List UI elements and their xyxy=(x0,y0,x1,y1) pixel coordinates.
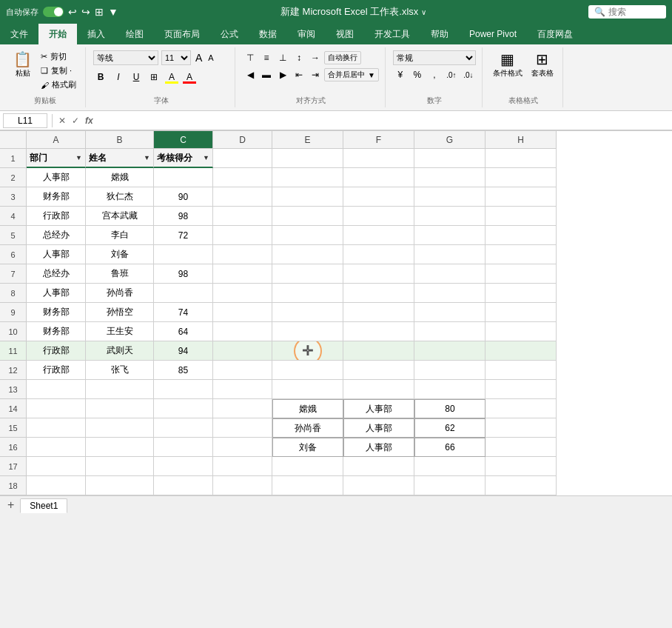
cell-H15[interactable] xyxy=(485,418,557,438)
tab-powerpivot[interactable]: Power Pivot xyxy=(459,24,527,44)
cell-G12[interactable] xyxy=(414,361,485,380)
cell-A7[interactable]: 总经办 xyxy=(27,264,86,284)
cell-D18[interactable] xyxy=(213,476,272,495)
cell-C12[interactable]: 85 xyxy=(154,361,213,380)
cell-reference-input[interactable] xyxy=(3,113,47,128)
cell-E12[interactable] xyxy=(272,361,343,380)
cell-C18[interactable] xyxy=(154,476,213,495)
cell-A3[interactable]: 财务部 xyxy=(27,187,86,207)
font-family-select[interactable]: 等线 xyxy=(93,50,158,65)
cell-C7[interactable]: 98 xyxy=(154,264,213,284)
cell-F18[interactable] xyxy=(343,476,414,495)
col-header-E[interactable]: E xyxy=(272,131,343,149)
cell-A5[interactable]: 总经办 xyxy=(27,226,86,245)
cell-E18[interactable] xyxy=(272,476,343,495)
cell-D10[interactable] xyxy=(213,322,272,341)
cell-G2[interactable] xyxy=(414,168,485,187)
cell-H2[interactable] xyxy=(485,168,557,187)
tab-data[interactable]: 数据 xyxy=(249,24,287,44)
cell-D8[interactable] xyxy=(213,284,272,303)
cell-C14[interactable] xyxy=(154,399,213,418)
cell-C2[interactable] xyxy=(154,168,213,187)
cell-B14[interactable] xyxy=(86,399,154,418)
cell-D6[interactable] xyxy=(213,245,272,264)
cell-A12[interactable]: 行政部 xyxy=(27,361,86,380)
align-center-button[interactable]: ▬ xyxy=(259,67,274,82)
cell-C16[interactable] xyxy=(154,438,213,457)
cell-G11[interactable] xyxy=(414,341,485,361)
cell-D1[interactable] xyxy=(213,149,272,168)
cell-F6[interactable] xyxy=(343,245,414,264)
cell-G9[interactable] xyxy=(414,303,485,322)
cell-F16[interactable]: 人事部 xyxy=(343,438,414,457)
col-header-F[interactable]: F xyxy=(343,131,414,149)
cell-B3[interactable]: 狄仁杰 xyxy=(86,187,154,207)
cell-G10[interactable] xyxy=(414,322,485,341)
cell-A16[interactable] xyxy=(27,438,86,457)
cell-H14[interactable] xyxy=(485,399,557,418)
cell-C5[interactable]: 72 xyxy=(154,226,213,245)
cell-E14[interactable]: 嫦娥 xyxy=(272,399,343,418)
cut-button[interactable]: ✂ 剪切 xyxy=(38,50,79,63)
cell-F4[interactable] xyxy=(343,207,414,226)
filter-arrow-B[interactable]: ▼ xyxy=(144,154,150,161)
cell-G8[interactable] xyxy=(414,284,485,303)
tab-pagelayout[interactable]: 页面布局 xyxy=(154,24,210,44)
tab-review[interactable]: 审阅 xyxy=(287,24,326,44)
cell-C13[interactable] xyxy=(154,380,213,399)
cell-A10[interactable]: 财务部 xyxy=(27,322,86,341)
cell-E13[interactable] xyxy=(272,380,343,399)
cell-A13[interactable] xyxy=(27,380,86,399)
cell-E1[interactable] xyxy=(272,149,343,168)
table-format-button[interactable]: ⊞ 套表格 xyxy=(528,50,557,80)
search-input[interactable] xyxy=(608,7,660,17)
insert-function-icon[interactable]: fx xyxy=(84,114,95,127)
cell-F3[interactable] xyxy=(343,187,414,207)
paste-button[interactable]: 📋 粘贴 xyxy=(10,50,35,80)
auto-wrap-button[interactable]: 自动换行 xyxy=(324,51,361,64)
cell-B16[interactable] xyxy=(86,438,154,457)
cell-D13[interactable] xyxy=(213,380,272,399)
cell-B5[interactable]: 李白 xyxy=(86,226,154,245)
cell-E16[interactable]: 刘备 xyxy=(272,438,343,457)
cell-E3[interactable] xyxy=(272,187,343,207)
number-format-select[interactable]: 常规 xyxy=(393,50,476,65)
decrease-decimal-button[interactable]: .0↓ xyxy=(461,67,476,82)
cell-A17[interactable] xyxy=(27,457,86,476)
cell-B11[interactable]: 武则天 xyxy=(86,341,154,361)
col-header-H[interactable]: H xyxy=(485,131,557,149)
filter-icon[interactable]: ⊞ xyxy=(95,6,104,18)
cell-C11[interactable]: 94 xyxy=(154,341,213,361)
cell-G1[interactable] xyxy=(414,149,485,168)
cell-H6[interactable] xyxy=(485,245,557,264)
cell-H12[interactable] xyxy=(485,361,557,380)
increase-font-button[interactable]: A xyxy=(194,51,204,64)
cell-A1[interactable]: 部门▼ xyxy=(27,149,86,168)
cell-F12[interactable] xyxy=(343,361,414,380)
cell-G15[interactable]: 62 xyxy=(414,418,485,438)
cell-C17[interactable] xyxy=(154,457,213,476)
cell-F13[interactable] xyxy=(343,380,414,399)
tab-insert[interactable]: 插入 xyxy=(77,24,115,44)
cell-G16[interactable]: 66 xyxy=(414,438,485,457)
align-middle-button[interactable]: ≡ xyxy=(259,50,274,65)
cell-B1[interactable]: 姓名▼ xyxy=(86,149,154,168)
cell-F7[interactable] xyxy=(343,264,414,284)
cell-H1[interactable] xyxy=(485,149,557,168)
cancel-formula-icon[interactable]: ✕ xyxy=(57,114,67,127)
conditional-format-button[interactable]: ▦ 条件格式 xyxy=(490,50,525,80)
col-header-C[interactable]: C xyxy=(154,131,213,149)
undo-icon[interactable]: ↩ xyxy=(68,6,77,18)
cell-E8[interactable] xyxy=(272,284,343,303)
cell-B13[interactable] xyxy=(86,380,154,399)
comma-button[interactable]: , xyxy=(427,67,442,82)
col-header-A[interactable]: A xyxy=(27,131,86,149)
cell-D12[interactable] xyxy=(213,361,272,380)
cell-C15[interactable] xyxy=(154,418,213,438)
redo-icon[interactable]: ↪ xyxy=(81,6,90,18)
merge-chevron[interactable]: ▼ xyxy=(368,71,375,79)
cell-B6[interactable]: 刘备 xyxy=(86,245,154,264)
cell-A2[interactable]: 人事部 xyxy=(27,168,86,187)
title-chevron[interactable]: ∨ xyxy=(421,8,426,16)
more-icon[interactable]: ▼ xyxy=(108,6,118,18)
